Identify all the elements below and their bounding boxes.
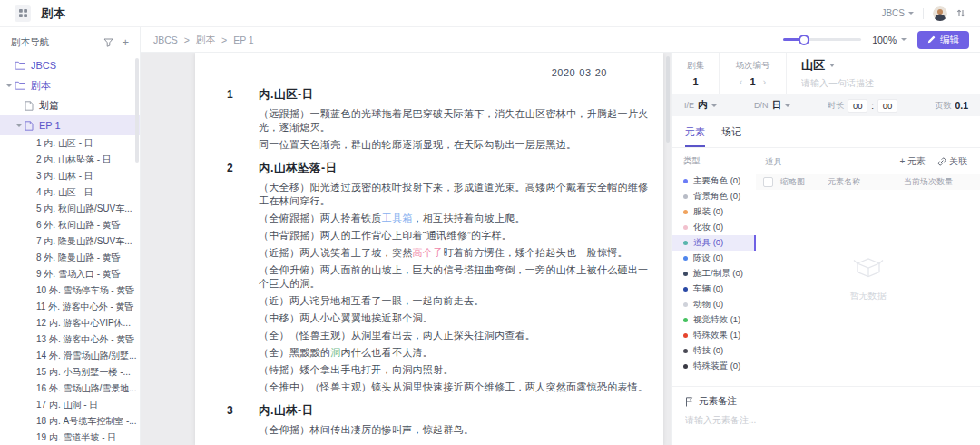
category-color-dot [683, 364, 688, 369]
category-item[interactable]: 施工/制景 (0) [672, 266, 756, 282]
zoom-slider-handle[interactable] [799, 35, 809, 45]
scene-list-item[interactable]: 15 内. 小马别墅一楼 -... [0, 364, 140, 381]
scene-list-item[interactable]: 6 外. 秋间山路 - 黄昏 [0, 217, 140, 233]
document-icon [24, 101, 34, 111]
breadcrumb-item[interactable]: 剧本 [196, 34, 215, 46]
tree-item-label: EP 1 [39, 120, 61, 131]
paragraph-text: （大全移）阳光透过茂密的枝叶投射下来，形成道道光束。高矮两个戴着安全帽的维修工在… [259, 182, 648, 206]
sidebar-scrollbar[interactable] [135, 58, 139, 163]
category-item[interactable]: 化妆 (0) [672, 220, 756, 235]
zoom-level-value: 100% [872, 35, 897, 45]
breadcrumb-item[interactable]: JBCS [153, 35, 178, 45]
scene-paragraph: （远跟摇）一颗蓝色的光球拖着尾巴穿破天际落下，消失在山区密林中，升腾起一片火光，… [259, 107, 649, 134]
prev-scene-button[interactable]: ‹ [740, 77, 743, 86]
zoom-slider[interactable] [783, 38, 861, 41]
element-highlight[interactable]: 洞 [330, 347, 340, 358]
category-label: 特技 (0) [693, 345, 723, 357]
scene-list-item[interactable]: 8 外. 隆曼山路 - 黄昏 [0, 250, 140, 266]
category-label: 视觉特效 (1) [693, 314, 740, 326]
scene-list-item[interactable]: 2 内. 山林坠落 - 日 [0, 152, 140, 168]
scene-list-item[interactable]: 16 外. 雪场山路/雪景地... [0, 381, 140, 397]
scene-list-item[interactable]: 9 外. 雪场入口 - 黄昏 [0, 266, 140, 282]
link-element-button[interactable]: 关联 [937, 155, 967, 168]
select-all-checkbox[interactable] [763, 177, 773, 187]
scene-paragraph: （全推中）（怪兽主观）镜头从洞里快速接近两个维修工，两人突然面露惊恐的表情。 [259, 381, 649, 394]
filter-icon[interactable] [103, 38, 113, 47]
script-tree: JBCS剧本划篇EP 1 [0, 55, 140, 135]
paragraph-text: ，相互扶持着向坡上爬。 [413, 213, 525, 223]
tab-scene-log[interactable]: 场记 [721, 125, 741, 147]
category-color-dot [683, 210, 688, 214]
paragraph-text: 同一位置天色渐亮，群山的轮廓逐渐显现，在天际勾勒出一层层黑边。 [259, 139, 576, 150]
breadcrumb-item[interactable]: EP 1 [233, 35, 254, 45]
script-date: 2020-03-20 [195, 53, 663, 78]
scene-list-item[interactable]: 10 外. 雪场停车场 - 黄昏 [0, 282, 140, 299]
add-element-button[interactable]: + 元素 [899, 155, 926, 168]
apps-grid-icon[interactable] [15, 5, 31, 22]
scene-list-item[interactable]: 1 内. 山区 - 日 [0, 135, 140, 152]
scene-description-input[interactable] [801, 78, 937, 88]
category-item[interactable]: 背景角色 (0) [672, 189, 756, 204]
paragraph-text: （全推中）（怪兽主观）镜头从洞里快速接近两个维修工，两人突然面露惊恐的表情。 [259, 381, 648, 392]
zoom-level-dropdown[interactable]: 100% [872, 35, 906, 45]
scene-list-item[interactable]: 13 外. 游客中心外 - 黄昏 [0, 331, 140, 348]
scene-block: 1内.山区-日（远跟摇）一颗蓝色的光球拖着尾巴穿破天际落下，消失在山区密林中，升… [195, 87, 663, 152]
element-notes-input[interactable] [685, 414, 967, 441]
scene-heading: 内.山林-日 [259, 403, 314, 419]
category-color-dot [683, 225, 688, 230]
dn-dropdown[interactable]: 日 [771, 99, 790, 112]
element-highlight[interactable]: 工具箱 [382, 213, 413, 223]
category-label: 主要角色 (0) [693, 175, 740, 187]
duration-seconds-input[interactable] [877, 99, 897, 113]
workspace-dropdown[interactable]: JBCS [881, 8, 914, 18]
category-item[interactable]: 道具 (0) [672, 235, 756, 251]
paragraph-text: （中背跟摇）两人的工作背心上印着“通讯维修”的字样。 [259, 230, 512, 241]
category-item[interactable]: 服装 (0) [672, 204, 756, 220]
category-item[interactable]: 陈设 (0) [672, 251, 756, 266]
scene-list-item[interactable]: 18 内. A号缆车控制室 -... [0, 413, 140, 430]
tree-expand-caret[interactable] [6, 84, 12, 87]
user-avatar[interactable] [933, 6, 947, 21]
category-item[interactable]: 特技 (0) [672, 343, 756, 359]
scene-list-item[interactable]: 17 内. 山洞 - 日 [0, 397, 140, 413]
scene-paragraph: 同一位置天色渐亮，群山的轮廓逐渐显现，在天际勾勒出一层层黑边。 [259, 138, 649, 152]
category-item[interactable]: 特殊装置 (0) [672, 359, 756, 374]
scene-paragraph: （全仰升俯）两人面前的山坡上，巨大的信号塔扭曲弯倒，一旁的山体上被什么砸出一个巨… [259, 263, 649, 291]
next-scene-button[interactable]: › [763, 77, 767, 86]
scene-list-item[interactable]: 19 内. 雪道半坡 - 日 [0, 430, 140, 445]
tree-item[interactable]: JBCS [0, 55, 140, 75]
scene-number-label: 场次编号 [720, 60, 786, 72]
category-item[interactable]: 特殊效果 (1) [672, 328, 756, 343]
scene-list-item[interactable]: 12 内. 游客中心VIP休... [0, 315, 140, 331]
category-color-dot [683, 349, 688, 353]
category-item[interactable]: 主要角色 (0) [672, 173, 756, 189]
tree-item[interactable]: 剧本 [0, 75, 140, 95]
pencil-icon [927, 35, 936, 44]
scene-list-item[interactable]: 5 内. 秋间山路/SUV车... [0, 201, 140, 217]
sort-arrows-icon[interactable] [956, 8, 965, 18]
scene-list-item[interactable]: 11 外. 游客中心外 - 黄昏 [0, 299, 140, 315]
tree-item[interactable]: EP 1 [0, 115, 140, 135]
element-category-column: 类型 主要角色 (0)背景角色 (0)服装 (0)化妆 (0)道具 (0)陈设 … [672, 148, 756, 386]
category-item[interactable]: 视觉特效 (1) [672, 312, 756, 328]
category-item[interactable]: 车辆 (0) [672, 282, 756, 297]
add-script-button[interactable]: + [122, 38, 129, 47]
paragraph-text: （全）黑黢黢的 [259, 347, 330, 358]
page-title: 剧本 [41, 5, 66, 22]
duration-minutes-input[interactable] [848, 99, 867, 113]
category-color-dot [683, 256, 688, 261]
scene-list-item[interactable]: 7 内. 隆曼山路/SUV车... [0, 233, 140, 250]
empty-state: 暂无数据 [756, 190, 980, 386]
category-item[interactable]: 动物 (0) [672, 297, 756, 312]
tab-elements[interactable]: 元素 [685, 125, 705, 147]
element-highlight[interactable]: 高个子 [413, 247, 444, 258]
scene-list-item[interactable]: 3 内. 山林 - 日 [0, 168, 140, 184]
location-dropdown[interactable]: 山区 [801, 57, 980, 74]
ie-dropdown[interactable]: 内 [698, 99, 717, 112]
scene-list-item[interactable]: 14 外. 滑雪场山路/别墅... [0, 348, 140, 364]
edit-button[interactable]: 编辑 [917, 31, 969, 49]
tree-expand-caret[interactable] [16, 124, 22, 127]
scene-list-item[interactable]: 4 内. 山区 - 日 [0, 184, 140, 201]
tree-item[interactable]: 划篇 [0, 95, 140, 115]
document-scrollbar[interactable] [666, 56, 670, 143]
